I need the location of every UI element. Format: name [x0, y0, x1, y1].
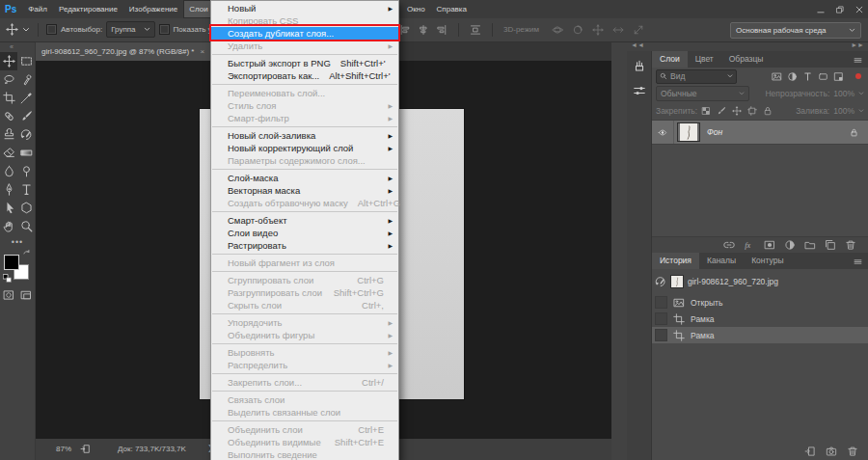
new-layer-icon[interactable] — [825, 239, 836, 251]
menu-item-параметры-содержимого-слоя-[interactable]: Параметры содержимого слоя... — [211, 154, 398, 167]
move-tool-icon[interactable] — [6, 23, 18, 36]
history-state-рамка[interactable]: Рамка — [652, 327, 868, 343]
menu-item-копировать-css[interactable]: Копировать CSS — [211, 14, 398, 27]
lasso-tool[interactable] — [0, 70, 17, 89]
pen-tool[interactable] — [0, 180, 17, 199]
gradient-tool[interactable] — [17, 144, 35, 162]
status-flow-icon[interactable] — [80, 444, 91, 454]
zoom-level-field[interactable]: 87% — [56, 445, 71, 453]
lock-position-icon[interactable] — [732, 106, 742, 116]
pan-3d-icon[interactable] — [592, 24, 604, 36]
menu-item-новый[interactable]: Новый▶ — [211, 2, 398, 14]
shape-tool[interactable] — [17, 199, 35, 217]
blend-mode-select[interactable]: Обычные — [656, 86, 749, 101]
menubar-item-Редактирование[interactable]: Редактирование — [53, 0, 123, 18]
edit-toolbar-ellipsis[interactable]: ••• — [0, 237, 35, 247]
marquee-tool[interactable] — [17, 52, 35, 70]
eraser-tool[interactable] — [0, 144, 17, 162]
menubar-item-Файл[interactable]: Файл — [22, 0, 53, 18]
quick-selection-tool[interactable] — [17, 70, 35, 89]
window-minimize-icon[interactable] — [816, 5, 826, 14]
menu-item-растрировать[interactable]: Растрировать▶ — [211, 239, 398, 252]
filter-adjustment-icon[interactable] — [787, 71, 798, 82]
menubar-item-Справка[interactable]: Справка — [431, 0, 473, 18]
history-tab-Контуры[interactable]: Контуры — [744, 253, 791, 269]
lock-pixels-icon[interactable] — [717, 106, 726, 116]
document-tab[interactable]: girl-908612_960_720.jpg @ 87% (RGB/8#) *… — [35, 42, 212, 61]
chevron-down-icon[interactable] — [22, 26, 30, 34]
history-snapshot-row[interactable]: girl-908612_960_720.jpg — [652, 269, 868, 294]
history-state-рамка[interactable]: Рамка — [652, 311, 868, 327]
menu-item-создать-обтравочную-маску[interactable]: Создать обтравочную маскуAlt+Ctrl+G — [211, 197, 398, 209]
lock-artboard-icon[interactable] — [747, 106, 757, 116]
brushes-panel-icon[interactable] — [633, 59, 646, 72]
lock-transparency-icon[interactable] — [701, 106, 711, 116]
scale-3d-icon[interactable] — [633, 24, 644, 36]
panel-menu-icon[interactable] — [853, 55, 863, 66]
clone-stamp-tool[interactable] — [0, 125, 17, 144]
menu-item-объединить-слои[interactable]: Объединить слоиCtrl+E — [211, 423, 398, 436]
layers-tab-Цвет[interactable]: Цвет — [688, 51, 721, 68]
menubar-item-Окно[interactable]: Окно — [401, 0, 431, 18]
filter-type-icon[interactable] — [802, 71, 813, 82]
layer-visibility-cell[interactable] — [652, 121, 674, 144]
menu-item-закрепить-слои-[interactable]: Закрепить слои...Ctrl+/ — [211, 376, 398, 389]
layer-row-background[interactable]: Фон — [652, 121, 868, 145]
properties-panel-icon[interactable] — [633, 84, 646, 97]
history-brush-tool[interactable] — [17, 125, 35, 144]
layers-tab-Образцы[interactable]: Образцы — [721, 51, 772, 68]
new-group-icon[interactable] — [804, 239, 816, 251]
hand-tool[interactable] — [0, 217, 17, 235]
panel-collapse-right-icon[interactable]: ►► — [851, 41, 864, 48]
history-tab-История[interactable]: История — [652, 253, 699, 269]
dodge-tool[interactable] — [17, 162, 35, 180]
roll-3d-icon[interactable] — [572, 24, 583, 36]
menu-item-смарт-фильтр[interactable]: Смарт-фильтр▶ — [211, 112, 398, 124]
menu-item-новый-слой-заливка[interactable]: Новый слой-заливка▶ — [211, 129, 398, 142]
menu-item-новый-фрагмент-из-слоя[interactable]: Новый фрагмент из слоя — [211, 257, 398, 269]
align-right-icon[interactable] — [436, 24, 448, 36]
layer-name[interactable]: Фон — [707, 127, 722, 137]
align-center-icon[interactable] — [418, 24, 429, 36]
opacity-value[interactable]: 100% — [833, 89, 854, 98]
history-state-открыть[interactable]: Открыть — [652, 294, 868, 311]
add-mask-icon[interactable] — [764, 239, 775, 251]
layer-thumbnail[interactable] — [678, 123, 699, 141]
layers-tab-Слои[interactable]: Слои — [652, 51, 688, 68]
menu-item-выделить-связанные-слои[interactable]: Выделить связанные слои — [211, 406, 398, 419]
menu-item-слой-маска[interactable]: Слой-маска▶ — [211, 172, 398, 184]
link-layers-icon[interactable] — [723, 239, 735, 251]
menu-item-выровнять[interactable]: Выровнять▶ — [211, 346, 398, 359]
menu-item-объединить-фигуры[interactable]: Объединить фигуры▶ — [211, 329, 398, 341]
menu-item-смарт-объект[interactable]: Смарт-объект▶ — [211, 214, 398, 227]
panel-menu-icon[interactable] — [853, 257, 863, 267]
foreground-color-swatch[interactable] — [4, 255, 19, 270]
window-restore-icon[interactable] — [835, 5, 845, 14]
eyedropper-tool[interactable] — [17, 89, 35, 107]
history-source-slot[interactable] — [655, 312, 667, 325]
delete-state-icon[interactable] — [847, 446, 858, 457]
filter-image-icon[interactable] — [772, 71, 782, 82]
menubar-item-Слои[interactable]: Слои — [183, 0, 213, 18]
history-source-slot[interactable] — [655, 296, 667, 309]
menu-item-скрыть-слои[interactable]: Скрыть слоиCtrl+, — [211, 299, 398, 311]
screen-mode-icon[interactable] — [20, 289, 32, 301]
layer-search-box[interactable]: Вид — [656, 69, 737, 84]
history-brush-source-icon[interactable] — [655, 276, 666, 287]
healing-brush-tool[interactable] — [0, 107, 17, 125]
menu-item-стиль-слоя[interactable]: Стиль слоя▶ — [211, 99, 398, 112]
menu-item-быстрый-экспорт-в-png[interactable]: Быстрый экспорт в PNGShift+Ctrl+' — [211, 57, 398, 69]
zoom-tool[interactable] — [17, 217, 35, 235]
distribute-icon[interactable] — [470, 24, 481, 36]
history-source-slot[interactable] — [655, 329, 667, 341]
toolbar-collapse-arrows[interactable]: « — [0, 42, 35, 52]
document-tab-close[interactable]: × — [200, 47, 204, 56]
menu-item-слои-видео[interactable]: Слои видео▶ — [211, 227, 398, 239]
swap-colors-icon[interactable] — [22, 249, 32, 258]
quick-mask-icon[interactable] — [3, 289, 14, 301]
window-close-icon[interactable] — [854, 5, 864, 14]
menu-item-сгруппировать-слои[interactable]: Сгруппировать слоиCtrl+G — [211, 274, 398, 286]
history-tab-Каналы[interactable]: Каналы — [699, 253, 744, 269]
menu-item-разгруппировать-слои[interactable]: Разгруппировать слоиShift+Ctrl+G — [211, 286, 398, 299]
menu-item-экспортировать-как-[interactable]: Экспортировать как...Alt+Shift+Ctrl+' — [211, 69, 398, 82]
